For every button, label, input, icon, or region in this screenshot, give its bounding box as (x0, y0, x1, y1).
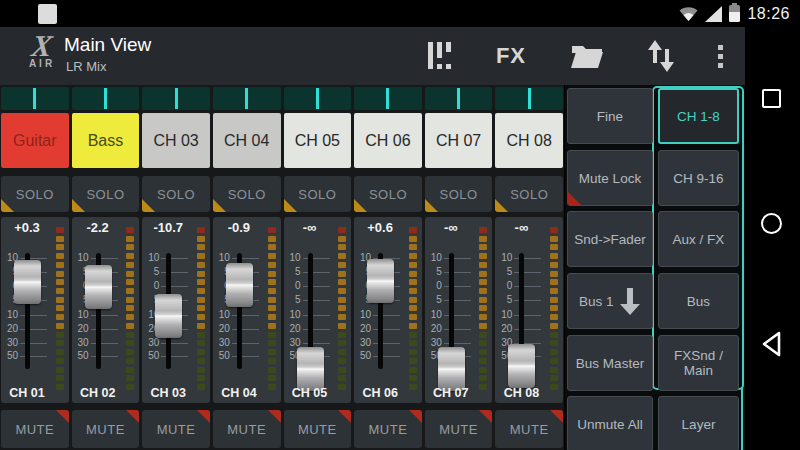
pan-indicator[interactable] (72, 87, 140, 110)
meter-segment (126, 271, 134, 277)
mute-corner-marker (409, 410, 422, 423)
meter-segment (550, 358, 558, 364)
fader-scale-number: 10 (497, 310, 512, 320)
fader-scale-tick (232, 258, 259, 259)
solo-button[interactable]: SOLO (142, 176, 210, 212)
unmute-all-button[interactable]: Unmute All (567, 396, 653, 450)
solo-button[interactable]: SOLO (495, 176, 563, 212)
fader-cap[interactable] (367, 259, 394, 303)
mute-button[interactable]: MUTE (213, 410, 281, 448)
channel-label: CH 02 (72, 386, 124, 400)
layer-button-bus[interactable]: Bus (658, 273, 739, 329)
fader-cap[interactable] (155, 294, 182, 338)
right-control-panel: FineMute LockSnd->FaderBus 1Bus MasterUn… (565, 85, 745, 450)
level-meter (56, 227, 64, 390)
fader-scale-number: 5 (427, 267, 442, 277)
fine-button[interactable]: Fine (567, 88, 653, 144)
fader-db-value: -0.9 (213, 220, 265, 235)
mute-lock-corner-marker (568, 192, 581, 205)
pan-indicator[interactable] (495, 87, 563, 110)
meter-segment (479, 358, 487, 364)
mute-label: MUTE (298, 422, 337, 437)
layer-button-fxsnd-main[interactable]: FXSnd / Main (658, 335, 739, 391)
solo-button[interactable]: SOLO (284, 176, 352, 212)
meter-segment (550, 244, 558, 250)
xair-logo: X AIR (20, 31, 64, 69)
page-title: Main View (64, 34, 151, 56)
channel-strip-6: CH 06 SOLO +0.6 1050510203050 CH 06 MUTE (354, 85, 422, 450)
mute-button[interactable]: MUTE (72, 410, 140, 448)
fader-scale-tick (91, 343, 118, 344)
layer-button-ch-1-8[interactable]: CH 1-8 (658, 88, 739, 144)
folder-icon[interactable] (570, 43, 604, 70)
solo-button[interactable]: SOLO (1, 176, 69, 212)
meter-segment (338, 305, 346, 311)
meter-segment (126, 384, 134, 390)
channel-name[interactable]: Guitar (1, 113, 69, 168)
meter-segment (56, 236, 64, 242)
pan-indicator[interactable] (142, 87, 210, 110)
channel-name[interactable]: CH 08 (495, 113, 563, 168)
fx-button[interactable]: FX (496, 43, 526, 69)
channel-name[interactable]: Bass (72, 113, 140, 168)
meter-segment (268, 236, 276, 242)
mute-button[interactable]: MUTE (142, 410, 210, 448)
mute-button[interactable]: MUTE (425, 410, 493, 448)
overflow-menu-icon[interactable] (718, 45, 723, 68)
snd-fader-button[interactable]: Snd->Fader (567, 211, 653, 267)
mute-lock-button[interactable]: Mute Lock (567, 150, 653, 206)
meter-segment (479, 244, 487, 250)
meter-segment (550, 271, 558, 277)
solo-button[interactable]: SOLO (354, 176, 422, 212)
channel-name[interactable]: CH 04 (213, 113, 281, 168)
fader-cap[interactable] (226, 263, 253, 307)
pan-indicator[interactable] (284, 87, 352, 110)
meter-segment (197, 262, 205, 268)
channel-name[interactable]: CH 03 (142, 113, 210, 168)
meter-segment (479, 323, 487, 329)
pan-indicator[interactable] (425, 87, 493, 110)
button-label: Bus (687, 294, 710, 309)
bus-1-button[interactable]: Bus 1 (567, 273, 653, 329)
recents-icon[interactable] (762, 89, 781, 108)
meter-segment (126, 279, 134, 285)
sort-up-down-icon[interactable] (648, 39, 674, 73)
channel-label: CH 03 (142, 386, 194, 400)
meters-icon[interactable] (426, 41, 452, 71)
solo-button[interactable]: SOLO (72, 176, 140, 212)
cell-signal-icon (705, 6, 722, 22)
home-icon[interactable] (761, 213, 782, 234)
bus-master-button[interactable]: Bus Master (567, 335, 653, 391)
channel-name[interactable]: CH 05 (284, 113, 352, 168)
channel-name[interactable]: CH 06 (354, 113, 422, 168)
solo-button[interactable]: SOLO (213, 176, 281, 212)
mute-button[interactable]: MUTE (495, 410, 563, 448)
mute-button[interactable]: MUTE (354, 410, 422, 448)
meter-segment (338, 323, 346, 329)
layer-button-ch-9-16[interactable]: CH 9-16 (658, 150, 739, 206)
fader-cap[interactable] (297, 347, 324, 391)
fader-scale-number: 5 (497, 295, 512, 305)
mute-button[interactable]: MUTE (1, 410, 69, 448)
meter-segment (479, 288, 487, 294)
solo-button[interactable]: SOLO (425, 176, 493, 212)
fader-scale-tick (303, 343, 330, 344)
channel-name[interactable]: CH 07 (425, 113, 493, 168)
pan-indicator[interactable] (354, 87, 422, 110)
android-status-bar: 18:26 (0, 0, 800, 27)
mute-button[interactable]: MUTE (284, 410, 352, 448)
fader-scale-number: 30 (3, 338, 18, 348)
fader-cap[interactable] (14, 260, 41, 304)
layer-button-layer[interactable]: Layer (658, 396, 739, 450)
meter-segment (56, 349, 64, 355)
back-icon[interactable] (760, 331, 784, 357)
fader-cap[interactable] (438, 347, 465, 391)
pan-indicator[interactable] (1, 87, 69, 110)
pan-indicator[interactable] (213, 87, 281, 110)
fader-cap[interactable] (85, 265, 112, 309)
layer-button-aux-fx[interactable]: Aux / FX (658, 211, 739, 267)
meter-segment (550, 236, 558, 242)
meter-segment (126, 262, 134, 268)
meter-segment (338, 375, 346, 381)
fader-cap[interactable] (508, 344, 535, 388)
